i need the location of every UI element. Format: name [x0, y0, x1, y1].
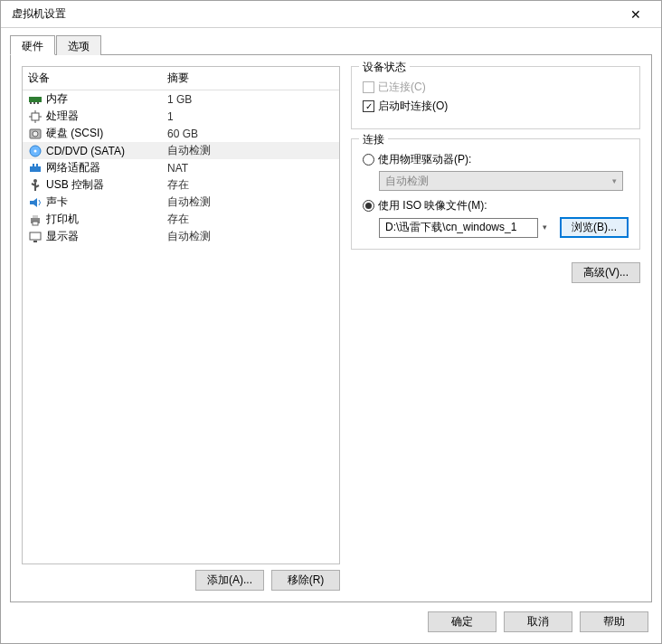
device-summary: 存在	[167, 212, 334, 227]
connect-at-poweron-label: 启动时连接(O)	[378, 99, 448, 114]
physical-drive-value: 自动检测	[385, 174, 429, 189]
vm-settings-dialog: 虚拟机设置 ✕ 硬件 选项 设备 摘要 内存1 GB处理器1硬盘 (SCSI)6…	[0, 0, 662, 644]
tab-strip: 硬件 选项	[10, 35, 652, 55]
titlebar: 虚拟机设置 ✕	[1, 1, 661, 28]
printer-icon	[28, 213, 43, 227]
device-summary: 自动检测	[167, 229, 334, 244]
svg-rect-13	[30, 166, 41, 172]
tab-hardware[interactable]: 硬件	[10, 35, 55, 55]
device-summary: 自动检测	[167, 194, 334, 210]
cpu-icon	[28, 109, 43, 124]
connected-label: 已连接(C)	[378, 80, 426, 95]
radio-icon	[363, 154, 374, 166]
cancel-button[interactable]: 取消	[504, 611, 572, 632]
device-row-memory[interactable]: 内存1 GB	[23, 90, 339, 108]
dialog-title: 虚拟机设置	[8, 6, 66, 22]
browse-button[interactable]: 浏览(B)...	[560, 217, 629, 238]
iso-path-input[interactable]	[379, 218, 538, 238]
svg-rect-3	[37, 102, 39, 104]
svg-rect-24	[30, 232, 41, 240]
device-status-title: 设备状态	[359, 60, 410, 75]
svg-marker-20	[30, 198, 37, 207]
help-button[interactable]: 帮助	[580, 611, 648, 632]
net-icon	[28, 161, 43, 175]
device-label: 硬盘 (SCSI)	[46, 126, 167, 141]
device-summary: NAT	[167, 162, 334, 175]
device-row-usb[interactable]: USB 控制器存在	[23, 176, 339, 194]
chevron-down-icon: ▾	[543, 223, 547, 232]
dialog-button-bar: 确定 取消 帮助	[1, 602, 661, 643]
svg-point-16	[33, 179, 37, 183]
device-label: CD/DVD (SATA)	[46, 145, 167, 157]
device-row-disk[interactable]: 硬盘 (SCSI)60 GB	[23, 125, 339, 142]
device-summary: 1 GB	[167, 93, 334, 106]
device-label: 显示器	[46, 229, 167, 244]
tab-options[interactable]: 选项	[56, 35, 101, 55]
device-row-cpu[interactable]: 处理器1	[23, 108, 339, 125]
svg-rect-23	[33, 222, 38, 225]
svg-rect-22	[33, 215, 38, 218]
ok-button[interactable]: 确定	[428, 611, 496, 632]
radio-icon	[363, 200, 374, 212]
use-iso-label: 使用 ISO 映像文件(M):	[378, 198, 487, 213]
device-label: 声卡	[46, 194, 167, 210]
device-list-header: 设备 摘要	[23, 67, 339, 90]
use-physical-label: 使用物理驱动器(P):	[378, 152, 471, 167]
svg-rect-0	[29, 97, 42, 102]
disk-icon	[28, 127, 43, 141]
svg-point-10	[33, 131, 38, 137]
device-status-group: 设备状态 已连接(C) ✓ 启动时连接(O)	[351, 66, 640, 129]
svg-rect-4	[32, 113, 39, 120]
device-summary: 存在	[167, 177, 334, 193]
connected-checkbox: 已连接(C)	[363, 80, 629, 95]
physical-drive-dropdown: 自动检测 ▾	[379, 171, 623, 191]
device-label: USB 控制器	[46, 177, 167, 193]
svg-rect-2	[33, 102, 35, 104]
svg-rect-15	[36, 164, 38, 166]
device-summary: 1	[167, 110, 334, 123]
device-summary: 60 GB	[167, 128, 334, 140]
use-iso-radio[interactable]: 使用 ISO 映像文件(M):	[363, 198, 629, 213]
use-physical-radio[interactable]: 使用物理驱动器(P):	[363, 152, 629, 167]
device-row-cd[interactable]: CD/DVD (SATA)自动检测	[23, 142, 339, 159]
usb-icon	[28, 178, 43, 193]
device-list: 设备 摘要 内存1 GB处理器1硬盘 (SCSI)60 GBCD/DVD (SA…	[22, 66, 340, 564]
device-label: 打印机	[46, 212, 167, 227]
device-row-printer[interactable]: 打印机存在	[23, 211, 339, 228]
device-row-display[interactable]: 显示器自动检测	[23, 228, 339, 245]
memory-icon	[28, 92, 43, 107]
connect-at-poweron-checkbox[interactable]: ✓ 启动时连接(O)	[363, 99, 629, 114]
chevron-down-icon: ▾	[612, 176, 617, 185]
svg-rect-1	[30, 102, 32, 104]
add-button[interactable]: 添加(A)...	[195, 570, 264, 591]
device-label: 处理器	[46, 109, 167, 124]
sound-icon	[28, 195, 43, 210]
svg-point-12	[34, 149, 37, 152]
checkbox-icon	[363, 81, 374, 93]
connection-title: 连接	[359, 132, 388, 147]
header-summary: 摘要	[167, 71, 334, 86]
connection-group: 连接 使用物理驱动器(P): 自动检测 ▾ 使用 ISO 映像文件(M):	[351, 138, 640, 250]
display-icon	[28, 230, 43, 244]
remove-button[interactable]: 移除(R)	[271, 570, 340, 591]
checkbox-icon: ✓	[363, 100, 374, 112]
device-summary: 自动检测	[167, 143, 334, 158]
device-label: 内存	[46, 91, 167, 107]
header-device: 设备	[28, 71, 167, 86]
cd-icon	[28, 144, 43, 158]
device-row-net[interactable]: 网络适配器NAT	[23, 159, 339, 176]
device-label: 网络适配器	[46, 160, 167, 175]
svg-rect-14	[33, 164, 34, 166]
advanced-button[interactable]: 高级(V)...	[572, 262, 640, 283]
device-row-sound[interactable]: 声卡自动检测	[23, 194, 339, 211]
close-button[interactable]: ✕	[618, 2, 654, 27]
